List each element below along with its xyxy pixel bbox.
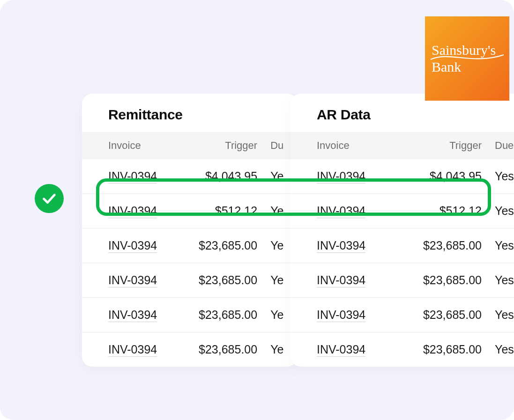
- cell-due: Yes: [482, 273, 514, 287]
- cell-invoice: INV-0394: [317, 343, 410, 356]
- table-row[interactable]: INV-0394 $23,685.00 Ye: [82, 263, 298, 298]
- app-canvas: Sainsbury's Bank Remittance Invoice Trig…: [0, 0, 514, 420]
- cell-trigger: $23,685.00: [193, 343, 257, 356]
- remittance-title: Remittance: [82, 94, 298, 132]
- cell-trigger: $23,685.00: [410, 239, 482, 252]
- cell-trigger: $512.12: [193, 204, 257, 218]
- cell-trigger: $23,685.00: [410, 273, 482, 287]
- col-header-invoice: Invoice: [108, 140, 193, 152]
- cell-due: Yes: [482, 239, 514, 252]
- cell-trigger: $4,043.95: [193, 169, 257, 183]
- remittance-rows: INV-0394 $4,043.95 Ye INV-0394 $512.12 Y…: [82, 159, 298, 367]
- table-row[interactable]: INV-0394 $23,685.00 Yes: [291, 263, 514, 298]
- cell-invoice: INV-0394: [317, 308, 410, 322]
- ar-header-row: Invoice Trigger Due: [291, 132, 514, 159]
- cell-trigger: $512.12: [410, 204, 482, 218]
- table-row[interactable]: INV-0394 $512.12 Yes: [291, 194, 514, 228]
- cell-trigger: $23,685.00: [193, 308, 257, 322]
- table-row[interactable]: INV-0394 $23,685.00 Ye: [82, 228, 298, 263]
- bank-logo-line2: Bank: [432, 59, 509, 74]
- cell-invoice: INV-0394: [108, 308, 193, 322]
- table-row[interactable]: INV-0394 $23,685.00 Ye: [82, 332, 298, 367]
- remittance-card: Remittance Invoice Trigger Du INV-0394 $…: [82, 94, 298, 367]
- cell-invoice: INV-0394: [108, 343, 193, 356]
- table-row[interactable]: INV-0394 $23,685.00 Yes: [291, 298, 514, 332]
- cell-due: Yes: [482, 169, 514, 183]
- table-row[interactable]: INV-0394 $4,043.95 Yes: [291, 159, 514, 194]
- ar-data-card: AR Data Invoice Trigger Due INV-0394 $4,…: [291, 94, 514, 367]
- table-row[interactable]: INV-0394 $23,685.00 Yes: [291, 332, 514, 367]
- ar-rows: INV-0394 $4,043.95 Yes INV-0394 $512.12 …: [291, 159, 514, 367]
- bank-logo: Sainsbury's Bank: [425, 16, 509, 101]
- cell-invoice: INV-0394: [317, 204, 410, 218]
- cell-invoice: INV-0394: [108, 239, 193, 252]
- cell-due: Yes: [482, 204, 514, 218]
- cell-trigger: $4,043.95: [410, 169, 482, 183]
- cell-invoice: INV-0394: [108, 273, 193, 287]
- cell-trigger: $23,685.00: [193, 239, 257, 252]
- table-row[interactable]: INV-0394 $512.12 Ye: [82, 194, 298, 228]
- col-header-trigger: Trigger: [410, 140, 482, 152]
- cell-trigger: $23,685.00: [410, 308, 482, 322]
- cell-invoice: INV-0394: [108, 204, 193, 218]
- cell-invoice: INV-0394: [317, 239, 410, 252]
- col-header-due: Due: [482, 140, 514, 152]
- table-row[interactable]: INV-0394 $4,043.95 Ye: [82, 159, 298, 194]
- cell-due: Yes: [482, 343, 514, 356]
- cell-invoice: INV-0394: [317, 273, 410, 287]
- cell-invoice: INV-0394: [108, 169, 193, 183]
- col-header-invoice: Invoice: [317, 140, 410, 152]
- check-icon: [41, 191, 57, 206]
- remittance-header-row: Invoice Trigger Du: [82, 132, 298, 159]
- cell-trigger: $23,685.00: [410, 343, 482, 356]
- cell-due: Yes: [482, 308, 514, 322]
- table-row[interactable]: INV-0394 $23,685.00 Ye: [82, 298, 298, 332]
- table-row[interactable]: INV-0394 $23,685.00 Yes: [291, 228, 514, 263]
- match-check-badge: [35, 184, 64, 213]
- cell-invoice: INV-0394: [317, 169, 410, 183]
- bank-logo-line1: Sainsbury's: [432, 43, 509, 57]
- cell-trigger: $23,685.00: [193, 273, 257, 287]
- col-header-trigger: Trigger: [193, 140, 257, 152]
